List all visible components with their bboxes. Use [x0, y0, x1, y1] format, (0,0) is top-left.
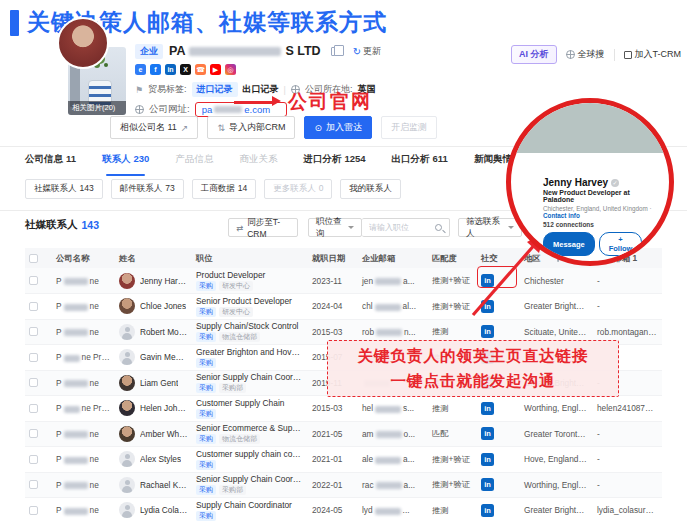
linkedin-icon[interactable]: in: [481, 478, 494, 491]
email-text: n...: [404, 327, 416, 337]
tab-count: 611: [433, 153, 448, 164]
tab-联系人[interactable]: 联系人230: [102, 150, 149, 174]
department-tag: 采购部: [219, 485, 246, 495]
cell-company: Pne: [52, 472, 115, 498]
update-button[interactable]: ↻更新: [353, 45, 381, 58]
linkedin-icon[interactable]: in: [481, 453, 494, 466]
checkbox[interactable]: [29, 480, 38, 489]
global-search-button[interactable]: 全球搜: [566, 48, 605, 61]
checkbox[interactable]: [29, 276, 38, 285]
company-text: P: [56, 480, 62, 490]
checkbox[interactable]: [29, 506, 38, 515]
chip-label: 工商数据: [201, 183, 235, 195]
tab-count: 230: [134, 153, 150, 164]
title-accent-bar: [10, 10, 19, 36]
phone-icon[interactable]: ☎: [195, 64, 206, 75]
cell-social: in: [477, 472, 520, 498]
redacted-text: [376, 431, 402, 438]
linkedin-icon[interactable]: in: [481, 402, 494, 415]
linkedin-profile-card[interactable]: Jenny Harvey✓ New Product Developer at P…: [506, 98, 674, 266]
position-input[interactable]: [369, 223, 427, 232]
export-record-chip[interactable]: 出口记录: [243, 83, 279, 96]
linkedin-icon[interactable]: in: [481, 427, 494, 440]
join-tcrm-button[interactable]: 加入T-CRM: [624, 48, 682, 61]
divider: [614, 49, 615, 61]
ai-analysis-button[interactable]: AI 分析: [511, 45, 557, 64]
cell-title: Supply Chain Coordinator采购: [192, 498, 308, 523]
checkbox[interactable]: [29, 254, 38, 263]
sync-tcrm-button[interactable]: ⇄同步至T-CRM: [228, 218, 298, 237]
youtube-icon[interactable]: ▶: [210, 64, 221, 75]
contact-row[interactable]: PneRachael KellySenior Supply Chain Coor…: [25, 472, 662, 498]
cell-title: Customer Supply Chain采购: [192, 396, 308, 422]
checkbox[interactable]: [29, 429, 38, 438]
checkbox[interactable]: [29, 327, 38, 336]
instagram-icon[interactable]: ◎: [225, 64, 236, 75]
website-icon[interactable]: e: [135, 64, 146, 75]
position-search-box[interactable]: [362, 218, 450, 237]
redacted-text: [375, 508, 401, 515]
import-crm-button[interactable]: ⇅导入内部CRM: [207, 116, 295, 139]
copy-icon[interactable]: [331, 47, 339, 56]
header-checkbox: [25, 248, 52, 268]
crm-icon: [624, 51, 632, 59]
import-record-chip[interactable]: 进口记录: [192, 82, 238, 97]
job-title: Greater Brighton and Hove Area: [196, 347, 304, 357]
checkbox[interactable]: [29, 353, 38, 362]
website-icon: [135, 105, 144, 114]
cell-title: Senior Supply Chain Coordinator采购采购部: [192, 370, 308, 396]
contact-info-link[interactable]: Contact info: [543, 212, 580, 219]
contact-row[interactable]: PneAmber WhittySenior Ecommerce & Supply…: [25, 421, 662, 447]
message-button[interactable]: Message: [543, 232, 595, 256]
chip-我的联系人[interactable]: 我的联系人: [340, 179, 401, 199]
cell-title: Supply Chain/Stock Control采购物流仓储部: [192, 319, 308, 345]
tab-公司信息[interactable]: 公司信息11: [25, 150, 76, 174]
checkbox[interactable]: [29, 404, 38, 413]
linkedin-icon[interactable]: in: [165, 64, 176, 75]
search-icon[interactable]: [435, 224, 442, 231]
cell-match: 推测+验证: [428, 472, 477, 498]
similar-company-button[interactable]: 相似公司名 11↗: [110, 116, 198, 139]
position-query-select[interactable]: 职位查询: [308, 218, 362, 237]
redacted-text: [64, 457, 88, 464]
chip-工商数据[interactable]: 工商数据14: [192, 179, 256, 199]
tab-出口分析[interactable]: 出口分析611: [392, 150, 448, 174]
tab-进口分析[interactable]: 进口分析1254: [303, 150, 365, 174]
email-text: s...: [403, 403, 414, 413]
checkbox[interactable]: [29, 455, 38, 464]
email-text: chl: [362, 301, 373, 311]
annotation-arrow: [234, 101, 274, 104]
company-text: P: [56, 327, 62, 337]
cell-checkbox: [25, 447, 52, 473]
checkbox[interactable]: [29, 302, 38, 311]
contact-row[interactable]: Pne Produc...Helen JohnstoneCustomer Sup…: [25, 396, 662, 422]
contact-name: Chloe Jones: [140, 301, 186, 311]
redacted-text: [376, 329, 402, 336]
linkedin-icon[interactable]: in: [481, 325, 494, 338]
facebook-icon[interactable]: f: [150, 64, 161, 75]
cell-checkbox: [25, 370, 52, 396]
cell-title: Senior Ecommerce & Supply Cha...采购物流仓储部: [192, 421, 308, 447]
contact-row[interactable]: PneChloe JonesSenior Product Developer采购…: [25, 294, 662, 320]
export-icon: ↗: [181, 123, 189, 133]
contact-row[interactable]: PneAlex StylesCustomer supply chain coor…: [25, 447, 662, 473]
cell-region: Greater Brighton a...: [520, 498, 593, 523]
divider: |: [284, 85, 286, 95]
chip-社媒联系人[interactable]: 社媒联系人143: [25, 179, 103, 199]
x-icon[interactable]: X: [180, 64, 191, 75]
avatar: [119, 324, 135, 340]
tab-label: 进口分析: [303, 153, 341, 166]
contact-filter-chips: 社媒联系人143邮件联系人73工商数据14更多联系人0我的联系人: [25, 179, 401, 199]
chip-邮件联系人[interactable]: 邮件联系人73: [111, 179, 184, 199]
email-text: a...: [404, 480, 416, 490]
cell-extra-email: -: [593, 421, 662, 447]
profile-connections: 512 connections: [543, 221, 659, 228]
contact-row[interactable]: PneJenny HarveyProduct Developer采购研发中心20…: [25, 268, 662, 294]
add-radar-button[interactable]: ⊙加入雷达: [304, 116, 372, 139]
email-text: a...: [403, 454, 415, 464]
email-text: hel: [362, 403, 373, 413]
checkbox[interactable]: [29, 378, 38, 387]
linkedin-icon[interactable]: in: [481, 504, 494, 517]
cell-match: 匹配: [428, 421, 477, 447]
contact-row[interactable]: PneLydia ColasurdoSupply Chain Coordinat…: [25, 498, 662, 523]
